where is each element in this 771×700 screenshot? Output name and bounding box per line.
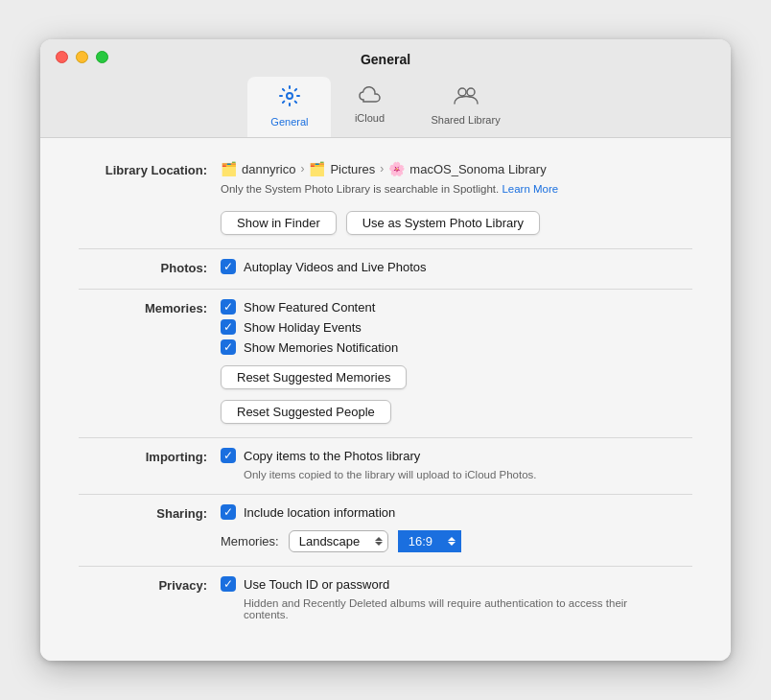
copy-checkbox[interactable]: ✓ bbox=[221, 448, 236, 463]
notification-label: Show Memories Notification bbox=[244, 340, 398, 355]
photos-section: Photos: ✓ Autoplay Videos and Live Photo… bbox=[79, 259, 692, 275]
main-window: General General iCloud bbox=[40, 39, 731, 661]
orientation-select-wrapper: Landscape Portrait bbox=[289, 530, 388, 552]
library-location-content: 🗂️ dannyrico › 🗂️ Pictures › 🌸 macOS_Son… bbox=[221, 161, 692, 235]
autoplay-label: Autoplay Videos and Live Photos bbox=[244, 260, 427, 274]
learn-more-link[interactable]: Learn More bbox=[502, 183, 558, 195]
orientation-select[interactable]: Landscape Portrait bbox=[289, 530, 388, 552]
pictures-folder-icon: 🗂️ bbox=[309, 161, 325, 176]
library-buttons: Show in Finder Use as System Photo Libra… bbox=[221, 211, 692, 235]
tab-shared-library-label: Shared Library bbox=[431, 114, 500, 126]
privacy-content: ✓ Use Touch ID or password Hidden and Re… bbox=[221, 576, 692, 620]
holiday-check-icon: ✓ bbox=[223, 321, 233, 333]
location-label: Include location information bbox=[244, 505, 395, 520]
library-location-label: Library Location: bbox=[79, 161, 221, 177]
sharing-label: Sharing: bbox=[79, 504, 221, 521]
touch-id-checkbox[interactable]: ✓ bbox=[221, 576, 236, 592]
settings-content: Library Location: 🗂️ dannyrico › 🗂️ Pict… bbox=[40, 138, 731, 661]
importing-content: ✓ Copy items to the Photos library Only … bbox=[221, 448, 692, 480]
privacy-section: Privacy: ✓ Use Touch ID or password Hidd… bbox=[79, 576, 692, 620]
autoplay-row: ✓ Autoplay Videos and Live Photos bbox=[221, 259, 692, 274]
tab-general-label: General bbox=[270, 116, 308, 128]
divider-1 bbox=[79, 248, 692, 249]
shared-library-icon bbox=[453, 84, 479, 111]
general-icon bbox=[278, 84, 301, 113]
location-row: ✓ Include location information bbox=[221, 504, 692, 520]
reset-people-button[interactable]: Reset Suggested People bbox=[221, 400, 391, 424]
divider-2 bbox=[79, 289, 692, 290]
sharing-content: ✓ Include location information Memories:… bbox=[221, 504, 692, 552]
svg-point-1 bbox=[458, 88, 466, 96]
ratio-select-wrapper: 16:9 4:3 1:1 bbox=[398, 530, 461, 552]
location-checkbox[interactable]: ✓ bbox=[221, 504, 236, 520]
copy-row: ✓ Copy items to the Photos library bbox=[221, 448, 692, 463]
icloud-icon bbox=[358, 84, 381, 109]
window-title: General bbox=[56, 52, 715, 67]
sharing-section: Sharing: ✓ Include location information … bbox=[79, 504, 692, 552]
library-path: 🗂️ dannyrico › 🗂️ Pictures › 🌸 macOS_Son… bbox=[221, 161, 692, 176]
svg-point-0 bbox=[287, 93, 292, 99]
tab-icloud-label: iCloud bbox=[355, 112, 385, 124]
divider-5 bbox=[79, 566, 692, 567]
path-user: dannyrico bbox=[242, 162, 295, 176]
holiday-checkbox[interactable]: ✓ bbox=[221, 319, 236, 335]
path-sep2: › bbox=[380, 162, 384, 175]
notification-checkbox[interactable]: ✓ bbox=[221, 339, 236, 355]
copy-check-icon: ✓ bbox=[223, 450, 233, 461]
sharing-memories-label: Memories: bbox=[221, 534, 279, 548]
notification-check-icon: ✓ bbox=[223, 341, 233, 353]
library-note-text: Only the System Photo Library is searcha… bbox=[221, 183, 499, 195]
path-folder: Pictures bbox=[330, 162, 375, 176]
divider-4 bbox=[79, 494, 692, 495]
tab-icloud[interactable]: iCloud bbox=[331, 77, 408, 137]
show-in-finder-button[interactable]: Show in Finder bbox=[221, 211, 337, 235]
path-sep1: › bbox=[300, 162, 304, 175]
touch-id-check-icon: ✓ bbox=[223, 578, 233, 590]
notification-row: ✓ Show Memories Notification bbox=[221, 339, 692, 355]
tab-general[interactable]: General bbox=[247, 77, 331, 137]
reset-people-wrapper: Reset Suggested People bbox=[221, 400, 692, 424]
importing-section: Importing: ✓ Copy items to the Photos li… bbox=[79, 448, 692, 480]
user-folder-icon: 🗂️ bbox=[221, 161, 237, 176]
memories-orientation-row: Memories: Landscape Portrait 1 bbox=[221, 530, 692, 552]
library-icon: 🌸 bbox=[388, 161, 405, 176]
location-check-icon: ✓ bbox=[223, 506, 233, 518]
autoplay-checkbox[interactable]: ✓ bbox=[221, 259, 236, 274]
memories-label: Memories: bbox=[79, 299, 221, 315]
use-as-system-button[interactable]: Use as System Photo Library bbox=[346, 211, 540, 235]
photos-label: Photos: bbox=[79, 259, 221, 275]
privacy-label: Privacy: bbox=[79, 576, 221, 593]
touch-id-label: Use Touch ID or password bbox=[244, 577, 389, 592]
copy-label: Copy items to the Photos library bbox=[244, 449, 420, 463]
holiday-row: ✓ Show Holiday Events bbox=[221, 319, 692, 335]
library-note: Only the System Photo Library is searcha… bbox=[221, 183, 692, 195]
featured-label: Show Featured Content bbox=[244, 300, 375, 315]
titlebar: General General iCloud bbox=[40, 39, 731, 138]
importing-label: Importing: bbox=[79, 448, 221, 464]
featured-check-icon: ✓ bbox=[223, 301, 233, 313]
holiday-label: Show Holiday Events bbox=[244, 320, 362, 335]
featured-row: ✓ Show Featured Content bbox=[221, 299, 692, 315]
divider-3 bbox=[79, 437, 692, 438]
tab-shared-library[interactable]: Shared Library bbox=[408, 77, 523, 137]
svg-point-2 bbox=[467, 88, 475, 96]
path-library: macOS_Sonoma Library bbox=[409, 162, 546, 176]
copy-note: Only items copied to the library will up… bbox=[221, 469, 692, 480]
memories-content: ✓ Show Featured Content ✓ Show Holiday E… bbox=[221, 299, 692, 424]
autoplay-check-icon: ✓ bbox=[223, 261, 233, 272]
touch-id-row: ✓ Use Touch ID or password bbox=[221, 576, 692, 592]
library-location-section: Library Location: 🗂️ dannyrico › 🗂️ Pict… bbox=[79, 161, 692, 235]
photos-content: ✓ Autoplay Videos and Live Photos bbox=[221, 259, 692, 274]
memories-section: Memories: ✓ Show Featured Content ✓ Show… bbox=[79, 299, 692, 424]
touch-id-note: Hidden and Recently Deleted albums will … bbox=[221, 597, 642, 620]
reset-memories-button[interactable]: Reset Suggested Memories bbox=[221, 365, 407, 389]
featured-checkbox[interactable]: ✓ bbox=[221, 299, 236, 315]
tab-bar: General iCloud bbox=[247, 77, 523, 137]
reset-buttons: Reset Suggested Memories bbox=[221, 365, 692, 395]
ratio-select[interactable]: 16:9 4:3 1:1 bbox=[398, 530, 461, 552]
